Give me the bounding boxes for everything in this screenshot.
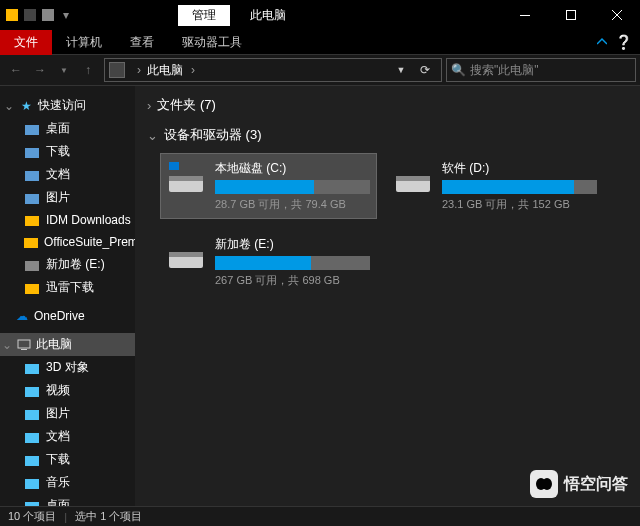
contextual-tab[interactable]: 管理	[178, 5, 230, 26]
svg-rect-9	[25, 171, 39, 181]
search-box[interactable]: 🔍	[446, 58, 636, 82]
folder-icon	[24, 121, 40, 137]
qat-btn[interactable]	[22, 7, 38, 23]
svg-rect-1	[24, 9, 36, 21]
up-button[interactable]: ↑	[76, 58, 100, 82]
sidebar-item[interactable]: 文档	[0, 163, 135, 186]
svg-point-32	[542, 478, 552, 490]
drive-name: 本地磁盘 (C:)	[215, 160, 370, 177]
drive-icon	[167, 236, 207, 276]
sidebar-item[interactable]: 桌面	[0, 494, 135, 506]
address-bar[interactable]: › 此电脑 › ▼ ⟳	[104, 58, 442, 82]
search-icon: 🔍	[451, 63, 466, 77]
chevron-right-icon[interactable]: ›	[191, 63, 195, 77]
svg-rect-10	[25, 194, 39, 204]
watermark: 悟空问答	[530, 470, 628, 498]
window-controls	[502, 0, 640, 30]
content-panel: › 文件夹 (7) ⌄ 设备和驱动器 (3) 本地磁盘 (C:) 28.7 GB…	[135, 86, 640, 506]
sidebar-label: 快速访问	[38, 97, 86, 114]
tab-file[interactable]: 文件	[0, 30, 52, 55]
svg-rect-17	[25, 364, 39, 374]
sidebar-item[interactable]: 下载	[0, 140, 135, 163]
sidebar-item[interactable]: 音乐	[0, 471, 135, 494]
sidebar-item[interactable]: 视频	[0, 379, 135, 402]
section-folders[interactable]: › 文件夹 (7)	[143, 90, 632, 120]
qat-drop[interactable]: ▾	[58, 7, 74, 23]
app-icon	[4, 7, 20, 23]
refresh-button[interactable]: ⟳	[413, 59, 437, 81]
folder-icon	[24, 452, 40, 468]
sidebar-item-label: OfficeSuite_Premium	[44, 235, 135, 249]
ribbon-tabs: 文件 计算机 查看 驱动器工具 ❔	[0, 30, 640, 54]
sidebar-item[interactable]: 迅雷下载	[0, 276, 135, 299]
back-button[interactable]: ←	[4, 58, 28, 82]
qat-btn[interactable]	[40, 7, 56, 23]
sidebar-item[interactable]: 新加卷 (E:)	[0, 253, 135, 276]
sidebar-item-label: 视频	[46, 382, 70, 399]
svg-rect-3	[520, 15, 530, 16]
sidebar-item[interactable]: 下载	[0, 448, 135, 471]
sidebar-item[interactable]: 文档	[0, 425, 135, 448]
sidebar-quick-access[interactable]: ⌄ ★ 快速访问	[0, 94, 135, 117]
sidebar: ⌄ ★ 快速访问 桌面下载文档图片IDM DownloadsOfficeSuit…	[0, 86, 135, 506]
maximize-button[interactable]	[548, 0, 594, 30]
svg-rect-13	[25, 261, 39, 271]
sidebar-onedrive[interactable]: ☁ OneDrive	[0, 305, 135, 327]
sidebar-item[interactable]: 3D 对象	[0, 356, 135, 379]
folder-icon	[24, 144, 40, 160]
qat: ▾	[0, 7, 78, 23]
close-button[interactable]	[594, 0, 640, 30]
sidebar-item-label: 音乐	[46, 474, 70, 491]
sidebar-item[interactable]: IDM Downloads	[0, 209, 135, 231]
sidebar-item[interactable]: 图片	[0, 402, 135, 425]
minimize-button[interactable]	[502, 0, 548, 30]
drive-item[interactable]: 软件 (D:) 23.1 GB 可用，共 152 GB	[388, 154, 603, 218]
folder-icon	[24, 280, 40, 296]
search-input[interactable]	[470, 63, 631, 77]
drive-item[interactable]: 本地磁盘 (C:) 28.7 GB 可用，共 79.4 GB	[161, 154, 376, 218]
sidebar-item-label: 图片	[46, 405, 70, 422]
sidebar-item-label: IDM Downloads	[46, 213, 131, 227]
tab-drive-tools[interactable]: 驱动器工具	[168, 30, 256, 55]
section-drives[interactable]: ⌄ 设备和驱动器 (3)	[143, 120, 632, 150]
drive-icon	[167, 160, 207, 200]
forward-button[interactable]: →	[28, 58, 52, 82]
svg-rect-26	[169, 176, 203, 181]
drive-usage-bar	[215, 256, 370, 270]
address-dropdown[interactable]: ▼	[389, 59, 413, 81]
titlebar: ▾ 管理 此电脑	[0, 0, 640, 30]
statusbar: 10 个项目 | 选中 1 个项目	[0, 506, 640, 526]
star-icon: ★	[18, 98, 34, 114]
folder-icon	[24, 234, 38, 250]
sidebar-item[interactable]: 桌面	[0, 117, 135, 140]
cloud-icon: ☁	[14, 308, 30, 324]
status-count: 10 个项目	[8, 509, 56, 524]
drive-name: 新加卷 (E:)	[215, 236, 370, 253]
drive-usage-bar	[442, 180, 597, 194]
ribbon-collapse-button[interactable]: ❔	[589, 34, 640, 50]
drive-usage-text: 267 GB 可用，共 698 GB	[215, 273, 370, 288]
drive-usage-text: 23.1 GB 可用，共 152 GB	[442, 197, 597, 212]
svg-rect-18	[25, 387, 39, 397]
sidebar-item-label: 下载	[46, 143, 70, 160]
drive-item[interactable]: 新加卷 (E:) 267 GB 可用，共 698 GB	[161, 230, 376, 294]
folder-icon	[24, 360, 40, 376]
chevron-down-icon: ⌄	[2, 338, 12, 352]
tab-view[interactable]: 查看	[116, 30, 168, 55]
svg-rect-2	[42, 9, 54, 21]
sidebar-item[interactable]: 图片	[0, 186, 135, 209]
sidebar-item-label: 新加卷 (E:)	[46, 256, 105, 273]
folder-icon	[24, 406, 40, 422]
chevron-right-icon[interactable]: ›	[137, 63, 141, 77]
svg-rect-14	[25, 284, 39, 294]
section-title: 文件夹 (7)	[157, 96, 216, 114]
folder-icon	[24, 475, 40, 491]
svg-rect-16	[21, 349, 27, 350]
tab-computer[interactable]: 计算机	[52, 30, 116, 55]
chevron-right-icon: ›	[147, 98, 151, 113]
sidebar-item-label: 3D 对象	[46, 359, 89, 376]
history-dropdown[interactable]: ▼	[52, 58, 76, 82]
sidebar-item[interactable]: OfficeSuite_Premium	[0, 231, 135, 253]
sidebar-this-pc[interactable]: ⌄ 此电脑	[0, 333, 135, 356]
help-icon[interactable]: ❔	[615, 34, 632, 50]
